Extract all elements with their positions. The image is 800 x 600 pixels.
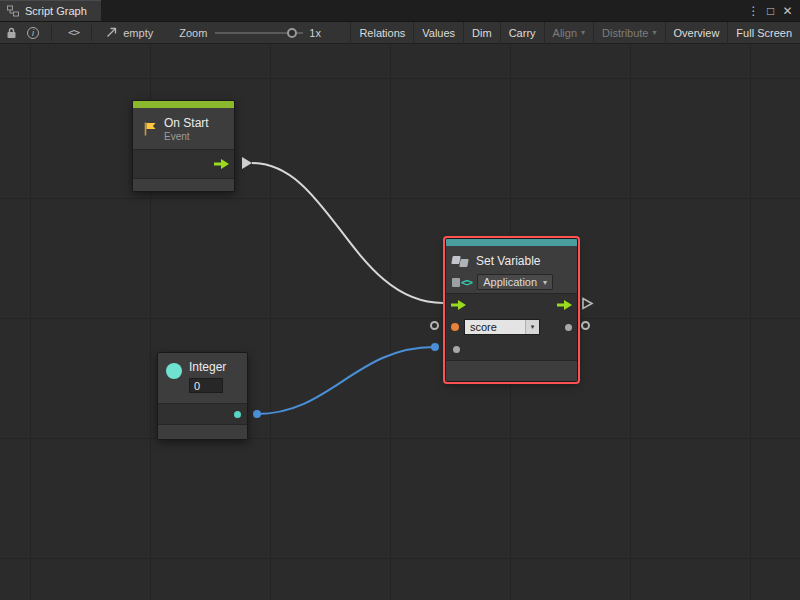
- button-label: Full Screen: [736, 27, 792, 39]
- node-footer: [446, 361, 577, 381]
- node-title: Integer: [189, 360, 226, 374]
- name-port-row: score ▾: [446, 316, 577, 338]
- carry-button[interactable]: Carry: [500, 22, 544, 44]
- node-header: On Start Event: [133, 108, 234, 149]
- window-controls: ⋮ □ ✕: [745, 0, 800, 21]
- menu-icon[interactable]: ⋮: [745, 0, 762, 22]
- value-input-port[interactable]: [453, 346, 460, 353]
- lock-icon[interactable]: [6, 27, 17, 39]
- distribute-button[interactable]: Distribute▾: [593, 22, 664, 44]
- tab-label: Script Graph: [25, 5, 87, 17]
- flow-wire[interactable]: [252, 163, 443, 303]
- code-variable-icon: <>: [452, 276, 472, 289]
- value-wire-start-dot[interactable]: [253, 410, 261, 418]
- zoom-slider[interactable]: [215, 22, 303, 44]
- node-set-variable[interactable]: Set Variable <> Application ▾: [445, 238, 578, 382]
- info-icon[interactable]: i: [27, 27, 39, 39]
- flow-output-port[interactable]: [557, 300, 572, 310]
- scope-value: Application: [483, 276, 537, 288]
- name-in-connector-ring[interactable]: [430, 321, 439, 330]
- event-color-strip: [133, 101, 234, 108]
- port-section: [133, 149, 234, 179]
- integer-value-field[interactable]: 0: [189, 378, 223, 393]
- toolbar-buttons: Relations Values Dim Carry Align▾ Distri…: [350, 22, 800, 44]
- titlebar: Script Graph ⋮ □ ✕: [0, 0, 800, 22]
- chevron-down-icon: ▾: [581, 28, 585, 37]
- port-section: [158, 403, 247, 425]
- angle-brackets-icon: <>: [461, 276, 472, 289]
- value-wire[interactable]: [257, 347, 434, 414]
- node-integer[interactable]: Integer 0: [157, 352, 248, 440]
- node-title-row: Set Variable: [452, 251, 571, 271]
- node-header: Integer 0: [158, 353, 247, 403]
- flow-output-port[interactable]: [214, 159, 229, 169]
- button-label: Align: [553, 27, 577, 39]
- port-section: score ▾: [446, 293, 577, 361]
- button-label: Distribute: [602, 27, 648, 39]
- zoom-slider-handle[interactable]: [287, 28, 297, 38]
- selection-label: empty: [123, 27, 153, 39]
- relations-button[interactable]: Relations: [350, 22, 413, 44]
- node-titles: On Start Event: [164, 116, 209, 142]
- script-graph-window: Script Graph ⋮ □ ✕ i <> empty Zoom: [0, 0, 800, 600]
- fullscreen-button[interactable]: Full Screen: [727, 22, 800, 44]
- button-label: Values: [422, 27, 455, 39]
- chevron-down-icon: ▾: [525, 320, 539, 334]
- node-title: On Start: [164, 116, 209, 130]
- wires-layer: [0, 44, 800, 600]
- flag-icon: [142, 121, 158, 137]
- flow-wire-start-arrow[interactable]: [242, 157, 252, 169]
- node-scope-row: <> Application ▾: [452, 274, 571, 290]
- integer-icon: [166, 363, 182, 379]
- graph-icon: [7, 5, 19, 17]
- maximize-icon[interactable]: □: [762, 0, 779, 22]
- square-icon: [452, 278, 460, 287]
- flow-out-connector-triangle[interactable]: [581, 297, 594, 310]
- chevron-down-icon: ▾: [653, 28, 657, 37]
- node-subtitle: Event: [164, 131, 209, 142]
- toolbar-separator: [91, 25, 92, 41]
- name-input-port[interactable]: [451, 323, 459, 331]
- value-out-connector-ring[interactable]: [581, 321, 590, 330]
- button-label: Relations: [359, 27, 405, 39]
- close-icon[interactable]: ✕: [779, 0, 796, 22]
- variable-color-strip: [446, 239, 577, 246]
- button-label: Dim: [472, 27, 492, 39]
- overview-button[interactable]: Overview: [665, 22, 728, 44]
- graph-toolbar: i <> empty Zoom 1x Relations Values Dim …: [0, 22, 800, 44]
- node-footer: [158, 425, 247, 439]
- align-button[interactable]: Align▾: [544, 22, 593, 44]
- variables-icon: [452, 255, 470, 268]
- toolbar-separator: [51, 25, 52, 41]
- selection-pointer-icon: [106, 27, 118, 38]
- button-label: Overview: [674, 27, 720, 39]
- integer-output-port[interactable]: [234, 411, 241, 418]
- zoom-label: Zoom: [179, 27, 207, 39]
- variable-name-dropdown[interactable]: score ▾: [464, 319, 540, 335]
- graph-canvas[interactable]: On Start Event Set Variable: [0, 44, 800, 600]
- variable-name-value: score: [465, 321, 497, 333]
- node-footer: [133, 179, 234, 191]
- value-port-row: [446, 338, 577, 360]
- node-header: Set Variable <> Application ▾: [446, 246, 577, 293]
- node-titles: Integer 0: [189, 360, 226, 397]
- zoom-value: 1x: [309, 27, 321, 39]
- flow-port-row: [446, 294, 577, 316]
- flow-input-port[interactable]: [451, 300, 466, 310]
- value-output-port[interactable]: [565, 324, 572, 331]
- code-icon[interactable]: <>: [68, 26, 79, 39]
- node-on-start[interactable]: On Start Event: [132, 100, 235, 192]
- button-label: Carry: [509, 27, 536, 39]
- dim-button[interactable]: Dim: [463, 22, 500, 44]
- tab-script-graph[interactable]: Script Graph: [0, 0, 101, 21]
- scope-dropdown[interactable]: Application ▾: [477, 274, 553, 290]
- value-wire-end-dot[interactable]: [431, 343, 439, 351]
- values-button[interactable]: Values: [413, 22, 463, 44]
- chevron-down-icon: ▾: [543, 278, 547, 287]
- node-title: Set Variable: [476, 254, 540, 268]
